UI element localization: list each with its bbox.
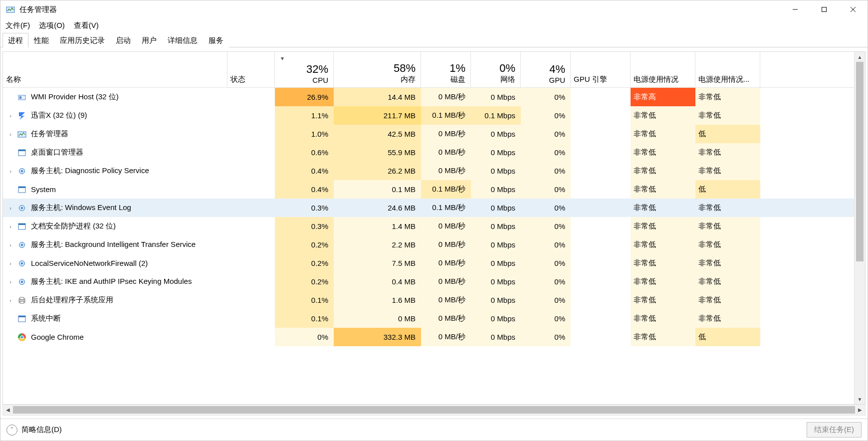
cpu-cell: 0.4% [275, 162, 334, 180]
process-name-cell[interactable]: ›迅雷X (32 位) (9) [3, 106, 227, 125]
scroll-down-icon[interactable]: ▼ [855, 394, 865, 404]
table-row[interactable]: System0.4%0.1 MB0.1 MB/秒0 Mbps0%非常低低 [3, 180, 854, 199]
table-row[interactable]: ›服务主机: Diagnostic Policy Service0.4%26.2… [3, 162, 854, 180]
power-trend-cell: 非常低 [695, 217, 760, 235]
cpu-cell: 26.9% [275, 88, 334, 106]
col-gpu-engine[interactable]: GPU 引擎 [571, 52, 631, 87]
scroll-up-icon[interactable]: ▲ [855, 52, 865, 62]
col-power-trend[interactable]: 电源使用情况... [695, 52, 760, 87]
hscrollbar-thumb[interactable] [13, 406, 855, 414]
gpu-cell: 0% [521, 217, 571, 235]
disk-cell: 0 MB/秒 [421, 272, 471, 291]
status-cell [227, 291, 275, 309]
close-button[interactable] [839, 0, 868, 18]
process-name-cell[interactable]: ›服务主机: Windows Event Log [3, 199, 227, 217]
disk-cell: 0 MB/秒 [421, 235, 471, 254]
tab-1[interactable]: 性能 [28, 33, 54, 47]
horizontal-scrollbar[interactable]: ◀ ▶ [2, 405, 866, 416]
vertical-scrollbar[interactable]: ▲ ▼ [854, 52, 865, 404]
expander-icon[interactable]: › [7, 223, 14, 229]
fewer-details-button[interactable]: ˄ 简略信息(D) [6, 425, 62, 436]
scrollbar-thumb[interactable] [856, 62, 864, 261]
tab-6[interactable]: 服务 [203, 33, 229, 47]
tab-0[interactable]: 进程 [2, 33, 28, 47]
process-name-cell[interactable]: WMI Provider Host (32 位) [3, 88, 227, 106]
maximize-button[interactable] [810, 0, 839, 18]
table-row[interactable]: ›后台处理程序子系统应用0.1%1.6 MB0 MB/秒0 Mbps0%非常低非… [3, 291, 854, 309]
table-row[interactable]: ›服务主机: IKE and AuthIP IPsec Keying Modul… [3, 272, 854, 291]
table-row[interactable]: ›服务主机: Windows Event Log0.3%24.6 MB0.1 M… [3, 199, 854, 217]
table-row[interactable]: 桌面窗口管理器0.6%55.9 MB0 MB/秒0 Mbps0%非常低非常低 [3, 143, 854, 162]
col-name[interactable]: 名称 [3, 52, 227, 87]
col-status[interactable]: 状态 [227, 52, 275, 87]
col-gpu[interactable]: 4% GPU [521, 52, 571, 87]
status-cell [227, 309, 275, 328]
table-row[interactable]: WMI Provider Host (32 位)26.9%14.4 MB0 MB… [3, 88, 854, 106]
process-name-cell[interactable]: 桌面窗口管理器 [3, 143, 227, 162]
power-trend-cell: 非常低 [695, 106, 760, 125]
expander-icon[interactable]: › [7, 131, 14, 137]
process-name-cell[interactable]: ›服务主机: Diagnostic Policy Service [3, 162, 227, 180]
scroll-right-icon[interactable]: ▶ [855, 407, 865, 413]
gpu-engine-cell [571, 199, 631, 217]
svg-rect-29 [18, 316, 25, 317]
power-trend-cell: 非常低 [695, 272, 760, 291]
tab-5[interactable]: 详细信息 [162, 33, 203, 47]
minimize-button[interactable] [781, 0, 810, 18]
process-name-cell[interactable]: ›服务主机: Background Intelligent Transfer S… [3, 235, 227, 254]
process-name: System [31, 185, 56, 194]
scroll-left-icon[interactable]: ◀ [3, 407, 13, 413]
power-trend-cell: 非常低 [695, 254, 760, 272]
tab-2[interactable]: 应用历史记录 [54, 33, 110, 47]
expander-icon[interactable]: › [7, 113, 14, 119]
power-trend-cell: 非常低 [695, 199, 760, 217]
tab-3[interactable]: 启动 [110, 33, 136, 47]
expander-icon[interactable]: › [7, 168, 14, 174]
process-name-cell[interactable]: ›服务主机: IKE and AuthIP IPsec Keying Modul… [3, 272, 227, 291]
menu-file[interactable]: 文件(F) [5, 21, 30, 30]
expander-icon[interactable]: › [7, 297, 14, 303]
process-name-cell[interactable]: ›任务管理器 [3, 125, 227, 143]
svg-point-12 [21, 170, 23, 172]
gpu-cell: 0% [521, 235, 571, 254]
svg-rect-10 [18, 150, 25, 151]
menu-options[interactable]: 选项(O) [39, 21, 65, 30]
expander-icon[interactable]: › [7, 260, 14, 266]
mem-cell: 7.5 MB [334, 254, 421, 272]
table-header: 名称 状态 ▾ 32% CPU 58% 内存 1% 磁盘 [3, 52, 854, 88]
expander-icon[interactable]: › [7, 242, 14, 248]
table-row[interactable]: 系统中断0.1%0 MB0 MB/秒0 Mbps0%非常低非常低 [3, 309, 854, 328]
process-name-cell[interactable]: ›后台处理程序子系统应用 [3, 291, 227, 309]
col-network[interactable]: 0% 网络 [471, 52, 521, 87]
col-power[interactable]: 电源使用情况 [631, 52, 695, 87]
menu-view[interactable]: 查看(V) [74, 21, 99, 30]
mem-cell: 211.7 MB [334, 106, 421, 125]
table-row[interactable]: ›文档安全防护进程 (32 位)0.3%1.4 MB0 MB/秒0 Mbps0%… [3, 217, 854, 235]
gpu-engine-cell [571, 143, 631, 162]
process-name-cell[interactable]: ›LocalServiceNoNetworkFirewall (2) [3, 254, 227, 272]
gear-icon [17, 240, 27, 250]
table-row[interactable]: ›迅雷X (32 位) (9)1.1%211.7 MB0.1 MB/秒0.1 M… [3, 106, 854, 125]
gpu-engine-cell [571, 162, 631, 180]
status-cell [227, 125, 275, 143]
expander-icon[interactable]: › [7, 205, 14, 211]
expander-icon[interactable]: › [7, 279, 14, 285]
table-row[interactable]: ›任务管理器1.0%42.5 MB0 MB/秒0 Mbps0%非常低低 [3, 125, 854, 143]
net-cell: 0 Mbps [471, 254, 521, 272]
process-name-cell[interactable]: Google Chrome [3, 328, 227, 346]
cpu-cell: 0.1% [275, 309, 334, 328]
svg-rect-18 [18, 223, 25, 225]
end-task-button[interactable]: 结束任务(E) [807, 422, 862, 438]
table-row[interactable]: ›LocalServiceNoNetworkFirewall (2)0.2%7.… [3, 254, 854, 272]
process-name-cell[interactable]: 系统中断 [3, 309, 227, 328]
col-disk[interactable]: 1% 磁盘 [421, 52, 471, 87]
titlebar[interactable]: 任务管理器 [0, 0, 868, 18]
table-row[interactable]: Google Chrome0%332.3 MB0 MB/秒0 Mbps0%非常低… [3, 328, 854, 346]
col-cpu[interactable]: ▾ 32% CPU [275, 52, 334, 87]
tab-4[interactable]: 用户 [136, 33, 162, 47]
process-name-cell[interactable]: ›文档安全防护进程 (32 位) [3, 217, 227, 235]
col-memory[interactable]: 58% 内存 [334, 52, 421, 87]
process-name-cell[interactable]: System [3, 180, 227, 199]
gpu-engine-cell [571, 88, 631, 106]
table-row[interactable]: ›服务主机: Background Intelligent Transfer S… [3, 235, 854, 254]
